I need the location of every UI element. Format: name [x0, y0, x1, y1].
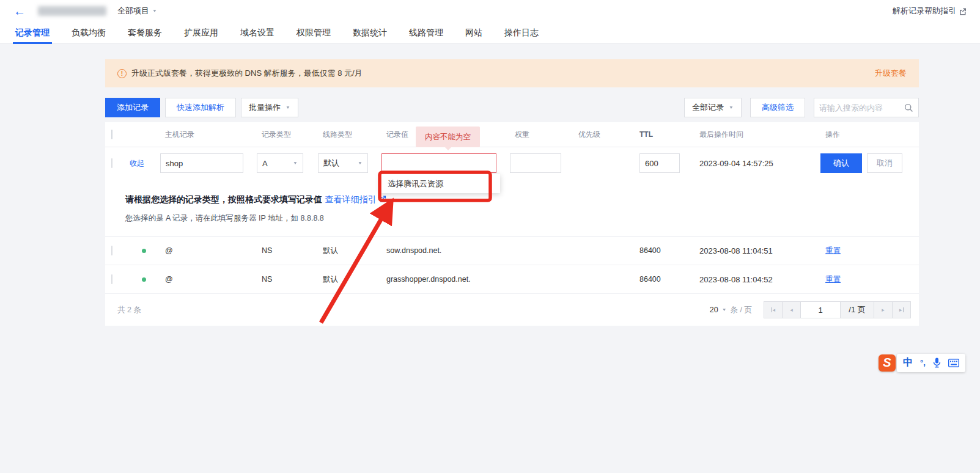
tab-extensions[interactable]: 扩展应用 — [184, 22, 218, 44]
toolbar: 添加记录 快速添加解析 批量操作 ▼ 全部记录 ▼ 高级筛选 — [105, 98, 919, 117]
upgrade-banner: ! 升级正式版套餐，获得更极致的 DNS 解析服务，最低仅需 8 元/月 升级套… — [105, 59, 919, 87]
header-ttl: TTL — [635, 130, 694, 139]
detail-guide-link[interactable]: 查看详细指引 — [325, 194, 376, 204]
table-header-row: 主机记录 记录类型 线路类型 记录值 权重 优先级 TTL 最后操作时间 操作 — [105, 122, 919, 147]
tab-record-management[interactable]: 记录管理 — [15, 22, 50, 44]
tab-operation-log[interactable]: 操作日志 — [504, 22, 539, 44]
last-page-button[interactable]: ▸ — [892, 301, 911, 318]
row-host: @ — [160, 275, 257, 284]
ime-punctuation-icon[interactable]: °, — [920, 358, 926, 367]
row-checkbox[interactable] — [111, 158, 112, 168]
row-type: NS — [257, 275, 318, 284]
line-type-value: 默认 — [323, 158, 339, 169]
upgrade-banner-text: 升级正式版套餐，获得更极致的 DNS 解析服务，最低仅需 8 元/月 — [131, 68, 363, 79]
first-page-button[interactable]: ◂ — [764, 301, 783, 318]
tab-statistics[interactable]: 数据统计 — [353, 22, 387, 44]
header-line: 线路类型 — [318, 130, 381, 140]
chevron-down-icon: ▼ — [293, 161, 298, 165]
status-active-dot — [142, 249, 146, 253]
record-type-value: A — [262, 159, 268, 168]
help-guide-link[interactable]: 解析记录帮助指引 — [893, 6, 967, 16]
record-filter-label: 全部记录 — [692, 102, 724, 113]
total-pages-label: /1 页 — [840, 301, 874, 318]
records-table: 主机记录 记录类型 线路类型 记录值 权重 优先级 TTL 最后操作时间 操作 … — [105, 122, 919, 326]
ttl-input[interactable] — [639, 153, 680, 173]
pagination: ◂ ◂ /1 页 ▸ ▸ — [764, 301, 911, 318]
status-active-dot — [142, 277, 146, 282]
row-ttl: 86400 — [635, 275, 694, 284]
quick-add-button[interactable]: 快速添加解析 — [165, 98, 236, 117]
validation-tooltip: 内容不能为空 — [416, 127, 480, 147]
select-tencent-cloud-resource-option[interactable]: 选择腾讯云资源 — [380, 174, 500, 193]
current-page-input[interactable] — [800, 301, 841, 318]
row-ttl: 86400 — [635, 246, 694, 255]
tab-load-balancing[interactable]: 负载均衡 — [72, 22, 106, 44]
external-link-icon — [959, 7, 967, 15]
tab-domain-settings[interactable]: 域名设置 — [240, 22, 274, 44]
help-detail: 您选择的是 A 记录，请在此填写服务器 IP 地址，如 8.8.8.8 — [125, 213, 919, 224]
table-footer: 共 2 条 20 ▼ 条 / 页 ◂ ◂ /1 页 ▸ ▸ — [105, 294, 919, 326]
prev-page-button[interactable]: ◂ — [782, 301, 801, 318]
top-bar: ← 全部项目 ▼ 解析记录帮助指引 — [0, 0, 980, 22]
reset-link[interactable]: 重置 — [818, 275, 841, 284]
search-icon[interactable] — [904, 103, 913, 112]
row-line: 默认 — [318, 274, 381, 285]
page-size-dropdown[interactable]: 20 ▼ — [710, 306, 727, 314]
header-time: 最后操作时间 — [694, 130, 818, 140]
tab-bar: 记录管理 负载均衡 套餐服务 扩展应用 域名设置 权限管理 数据统计 线路管理 … — [0, 22, 980, 44]
project-selector-label: 全部项目 — [117, 6, 149, 16]
sogou-logo-icon[interactable]: S — [879, 354, 896, 372]
chevron-down-icon: ▼ — [722, 307, 727, 312]
collapse-link[interactable]: 收起 — [130, 159, 144, 167]
chevron-down-icon: ▼ — [286, 105, 290, 109]
tab-permissions[interactable]: 权限管理 — [297, 22, 331, 44]
tab-line-management[interactable]: 线路管理 — [409, 22, 443, 44]
record-value-dropdown: 选择腾讯云资源 — [380, 174, 500, 193]
main-content: ! 升级正式版套餐，获得更极致的 DNS 解析服务，最低仅需 8 元/月 升级套… — [105, 44, 919, 326]
help-guide-label: 解析记录帮助指引 — [893, 6, 956, 16]
external-link-icon[interactable] — [379, 195, 386, 202]
host-record-input[interactable] — [160, 153, 243, 173]
record-filter-dropdown[interactable]: 全部记录 ▼ — [684, 98, 742, 117]
record-edit-row: 收起 A ▼ 默认 ▼ 2023-09-04 14:57:25 确认 — [105, 147, 919, 179]
reset-link[interactable]: 重置 — [818, 246, 841, 255]
row-checkbox[interactable] — [111, 246, 112, 255]
advanced-filter-button[interactable]: 高级筛选 — [750, 98, 805, 117]
batch-operations-dropdown[interactable]: 批量操作 ▼ — [241, 98, 298, 117]
row-value: grasshopper.dnspod.net. — [381, 275, 510, 284]
next-page-button[interactable]: ▸ — [874, 301, 893, 318]
project-selector[interactable]: 全部项目 ▼ — [117, 6, 157, 16]
select-all-checkbox[interactable] — [111, 130, 112, 139]
warning-icon: ! — [117, 69, 127, 78]
row-time: 2023-08-08 11:04:51 — [694, 246, 818, 255]
back-icon[interactable]: ← — [13, 5, 26, 17]
header-action: 操作 — [818, 130, 911, 140]
record-type-select[interactable]: A ▼ — [257, 153, 303, 173]
ime-language-toggle[interactable]: 中 — [903, 356, 913, 369]
record-value-input[interactable] — [381, 153, 496, 173]
microphone-icon[interactable] — [933, 358, 941, 368]
keyboard-icon[interactable] — [948, 359, 959, 367]
row-host: @ — [160, 246, 257, 255]
upgrade-plan-link[interactable]: 升级套餐 — [875, 68, 907, 79]
add-record-button[interactable]: 添加记录 — [105, 98, 160, 117]
help-title: 请根据您选择的记录类型，按照格式要求填写记录值 — [125, 194, 322, 204]
confirm-button[interactable]: 确认 — [820, 153, 862, 173]
search-input[interactable] — [819, 103, 904, 112]
tab-plan-services[interactable]: 套餐服务 — [128, 22, 162, 44]
header-type: 记录类型 — [257, 130, 318, 140]
row-time: 2023-08-08 11:04:52 — [694, 275, 818, 284]
search-box — [814, 98, 919, 117]
row-checkbox[interactable] — [111, 274, 112, 284]
row-line: 默认 — [318, 246, 381, 256]
row-type: NS — [257, 246, 318, 255]
line-type-select[interactable]: 默认 ▼ — [318, 153, 368, 173]
weight-input[interactable] — [510, 153, 561, 173]
domain-name-redacted — [38, 6, 106, 16]
table-row: @ NS 默认 grasshopper.dnspod.net. 86400 20… — [105, 265, 919, 294]
chevron-down-icon: ▼ — [729, 105, 734, 109]
total-count: 共 2 条 — [117, 305, 141, 315]
record-help-panel: 请根据您选择的记录类型，按照格式要求填写记录值 查看详细指引 您选择的是 A 记… — [105, 179, 919, 237]
tab-website[interactable]: 网站 — [465, 22, 482, 44]
cancel-button[interactable]: 取消 — [867, 153, 902, 173]
